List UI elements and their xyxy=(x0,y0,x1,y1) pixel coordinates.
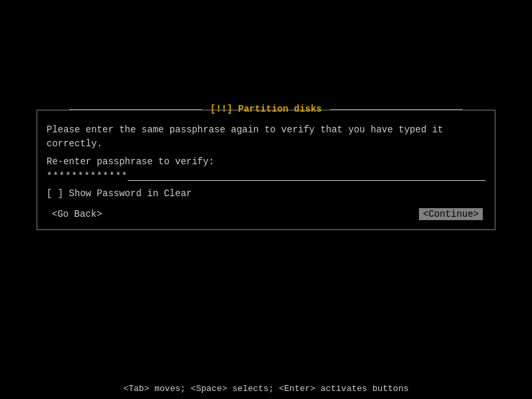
passphrase-label: Re-enter passphrase to verify: xyxy=(47,156,485,167)
dialog-title-bar: [!!] Partition disks xyxy=(37,104,495,114)
title-border-right xyxy=(330,109,463,110)
show-password-checkbox-row[interactable]: [ ] Show Password in Clear xyxy=(47,188,485,199)
show-password-label[interactable]: [ ] Show Password in Clear xyxy=(47,188,192,199)
dialog-title: [!!] Partition disks xyxy=(210,104,322,114)
buttons-row: <Go Back> <Continue> xyxy=(47,208,485,220)
dialog-box: [!!] Partition disks Please enter the sa… xyxy=(37,110,495,230)
go-back-button[interactable]: <Go Back> xyxy=(49,208,105,220)
password-underline[interactable] xyxy=(128,172,485,181)
password-stars: ************* xyxy=(47,171,128,182)
title-border-left xyxy=(69,109,202,110)
status-bar: <Tab> moves; <Space> selects; <Enter> ac… xyxy=(0,384,532,394)
description-text: Please enter the same passphrase again t… xyxy=(47,123,485,151)
password-field-row: ************* xyxy=(47,171,485,182)
continue-button[interactable]: <Continue> xyxy=(419,208,483,220)
status-bar-text: <Tab> moves; <Space> selects; <Enter> ac… xyxy=(123,384,408,394)
dialog-body: Please enter the same passphrase again t… xyxy=(37,119,495,229)
